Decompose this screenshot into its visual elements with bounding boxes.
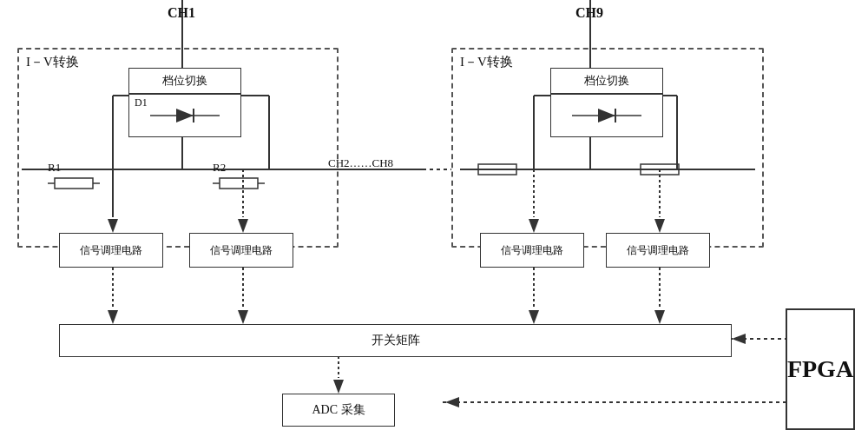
r3-area <box>471 159 523 180</box>
svg-rect-41 <box>55 178 93 189</box>
svg-marker-24 <box>108 310 118 324</box>
r4-area <box>634 159 686 180</box>
r2-label: R2 <box>213 161 226 174</box>
r2-area: R2 <box>213 159 265 194</box>
svg-rect-53 <box>641 164 679 175</box>
diode-symbol-right <box>572 103 641 129</box>
circuit-diagram: CH1 CH9 CH2……CH8 I－V转换 I－V转换 档位切换 D1 R1 <box>0 0 868 437</box>
svg-rect-50 <box>478 164 516 175</box>
switch-matrix: 开关矩阵 <box>59 324 732 357</box>
svg-marker-26 <box>238 310 248 324</box>
svg-marker-38 <box>176 109 194 122</box>
adc-box: ADC 采集 <box>282 394 395 427</box>
svg-rect-44 <box>220 178 258 189</box>
d1-label: D1 <box>135 96 148 109</box>
ch1-label: CH1 <box>168 5 195 21</box>
r1-label: R1 <box>48 161 61 174</box>
gear-switch-left: 档位切换 <box>128 68 241 94</box>
signal-cond-3: 信号调理电路 <box>480 233 584 268</box>
signal-cond-1: 信号调理电路 <box>59 233 163 268</box>
r1-symbol <box>48 173 100 194</box>
diode-symbol-left <box>150 103 220 129</box>
svg-marker-36 <box>445 397 459 407</box>
r4-symbol <box>634 159 686 180</box>
iv-right-label: I－V转换 <box>460 54 513 70</box>
svg-marker-34 <box>732 334 746 344</box>
svg-marker-32 <box>333 380 344 394</box>
r1-area: R1 <box>48 159 100 194</box>
iv-left-label: I－V转换 <box>26 54 79 70</box>
r3-symbol <box>471 159 523 180</box>
fpga-box: FPGA <box>786 308 855 430</box>
signal-cond-4: 信号调理电路 <box>606 233 710 268</box>
gear-switch-right: 档位切换 <box>550 68 663 94</box>
svg-marker-47 <box>598 109 615 122</box>
svg-marker-30 <box>654 310 665 324</box>
r2-symbol <box>213 173 265 194</box>
diode-box-right <box>550 94 663 137</box>
signal-cond-2: 信号调理电路 <box>189 233 293 268</box>
diode-box-left: D1 <box>128 94 241 137</box>
svg-marker-28 <box>529 310 539 324</box>
ch9-label: CH9 <box>575 5 603 21</box>
